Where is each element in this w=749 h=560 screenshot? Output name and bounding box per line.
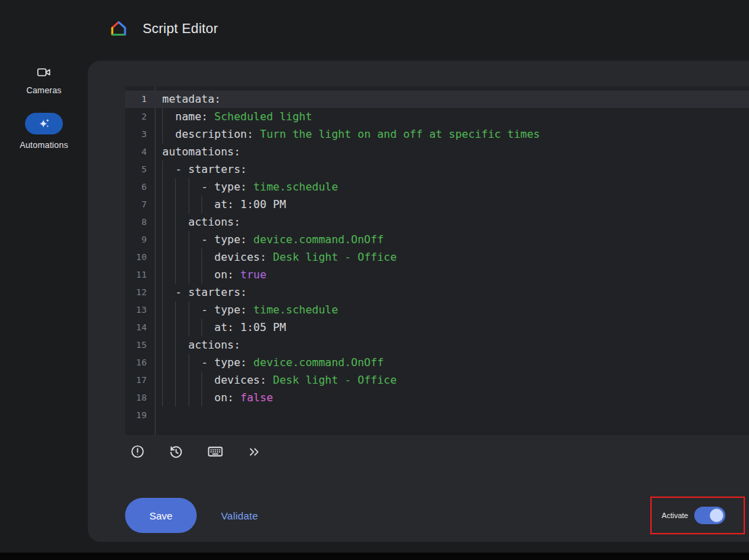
indent-guide — [162, 266, 163, 284]
line-number: 4 — [125, 143, 155, 161]
code-text: - type: device.command.OnOff — [155, 231, 384, 249]
code-text: devices: Desk light - Office — [155, 372, 397, 389]
indent-guide — [201, 372, 202, 389]
save-button[interactable]: Save — [125, 498, 197, 533]
indent-guide — [189, 249, 189, 266]
indent-guide — [189, 196, 189, 213]
code-line[interactable]: 16 - type: device.command.OnOff — [125, 354, 749, 372]
expand-button[interactable] — [245, 443, 263, 463]
activate-label: Activate — [662, 511, 688, 519]
code-line[interactable]: 7 at: 1:00 PM — [125, 196, 749, 213]
code-line[interactable]: 15 actions: — [125, 336, 749, 354]
line-number: 6 — [125, 178, 155, 196]
code-line[interactable]: 14 at: 1:05 PM — [125, 319, 749, 336]
keyboard-button[interactable] — [206, 442, 225, 463]
indent-guide — [201, 249, 202, 266]
code-text — [155, 407, 162, 424]
indent-guide — [189, 389, 189, 407]
script-editor[interactable]: 1metadata:2 name: Scheduled light3 descr… — [125, 86, 749, 435]
code-text: devices: Desk light - Office — [155, 249, 397, 266]
indent-guide — [162, 284, 163, 301]
indent-guide — [175, 372, 176, 389]
sidebar-item-label: Automations — [20, 141, 68, 150]
code-line[interactable]: 4automations: — [125, 143, 749, 161]
indent-guide — [162, 178, 163, 196]
google-home-logo — [110, 20, 128, 38]
line-number: 1 — [125, 91, 155, 108]
double-chevron-icon — [247, 444, 262, 461]
indent-guide — [201, 266, 202, 284]
indent-guide — [175, 389, 176, 407]
code-line[interactable]: 6 - type: time.schedule — [125, 178, 749, 196]
code-line[interactable]: 11 on: true — [125, 266, 749, 284]
code-line[interactable]: 3 description: Turn the light on and off… — [125, 126, 749, 143]
code-line[interactable]: 18 on: false — [125, 389, 749, 407]
indent-guide — [189, 319, 189, 336]
sidebar-item-automations[interactable]: Automations — [0, 113, 88, 150]
line-number: 8 — [125, 213, 155, 231]
toggle-knob — [710, 509, 723, 522]
code-text: on: true — [155, 266, 266, 284]
indent-guide — [175, 319, 176, 336]
code-text: description: Turn the light on and off a… — [155, 126, 540, 143]
indent-guide — [162, 196, 163, 213]
line-number: 11 — [125, 266, 155, 284]
sidebar-item-cameras[interactable]: Cameras — [0, 57, 88, 95]
code-line[interactable]: 1metadata: — [125, 91, 749, 108]
indent-guide — [162, 336, 163, 354]
code-text: - starters: — [155, 161, 247, 178]
line-number: 13 — [125, 301, 155, 319]
code-line[interactable]: 19 — [125, 407, 749, 424]
line-number: 2 — [125, 108, 155, 126]
annotation-box: Activate — [650, 497, 745, 534]
activate-toggle[interactable] — [694, 507, 725, 524]
indent-guide — [175, 231, 176, 249]
line-number: 16 — [125, 354, 155, 372]
indent-guide — [189, 231, 189, 249]
indent-guide — [162, 126, 163, 143]
indent-guide — [175, 213, 176, 231]
errors-button[interactable] — [128, 442, 147, 463]
indent-guide — [162, 213, 163, 231]
indent-guide — [162, 108, 163, 126]
indent-guide — [201, 196, 202, 213]
code-line[interactable]: 12 - starters: — [125, 284, 749, 301]
code-text: name: Scheduled light — [155, 108, 312, 126]
code-text: at: 1:05 PM — [155, 319, 286, 336]
sparkle-icon — [25, 113, 63, 134]
code-line[interactable]: 2 name: Scheduled light — [125, 108, 749, 126]
code-text: - type: time.schedule — [155, 178, 338, 196]
line-number: 15 — [125, 336, 155, 354]
line-number: 9 — [125, 231, 155, 249]
code-line[interactable]: 10 devices: Desk light - Office — [125, 249, 749, 266]
indent-guide — [175, 354, 176, 372]
indent-guide — [162, 231, 163, 249]
code-text: actions: — [155, 213, 241, 231]
indent-guide — [175, 336, 176, 354]
indent-guide — [162, 372, 163, 389]
history-button[interactable] — [167, 442, 185, 463]
code-text: metadata: — [155, 91, 221, 108]
keyboard-icon — [207, 443, 224, 462]
indent-guide — [162, 354, 163, 372]
indent-guide — [175, 178, 176, 196]
indent-guide — [175, 196, 176, 213]
line-number: 10 — [125, 249, 155, 266]
code-line[interactable]: 9 - type: device.command.OnOff — [125, 231, 749, 249]
code-text: actions: — [155, 336, 241, 354]
code-line[interactable]: 8 actions: — [125, 213, 749, 231]
code-text: - starters: — [155, 284, 247, 301]
bottom-strip — [0, 553, 749, 560]
indent-guide — [162, 249, 163, 266]
error-icon — [130, 444, 145, 461]
code-line[interactable]: 5 - starters: — [125, 161, 749, 178]
code-lines: 1metadata:2 name: Scheduled light3 descr… — [125, 86, 749, 424]
footer: Save Validate Activate — [125, 494, 745, 536]
indent-guide — [162, 319, 163, 336]
validate-button[interactable]: Validate — [217, 509, 262, 522]
line-number: 14 — [125, 319, 155, 336]
line-number: 12 — [125, 284, 155, 301]
code-line[interactable]: 13 - type: time.schedule — [125, 301, 749, 319]
code-line[interactable]: 17 devices: Desk light - Office — [125, 372, 749, 389]
camera-icon — [37, 65, 51, 80]
